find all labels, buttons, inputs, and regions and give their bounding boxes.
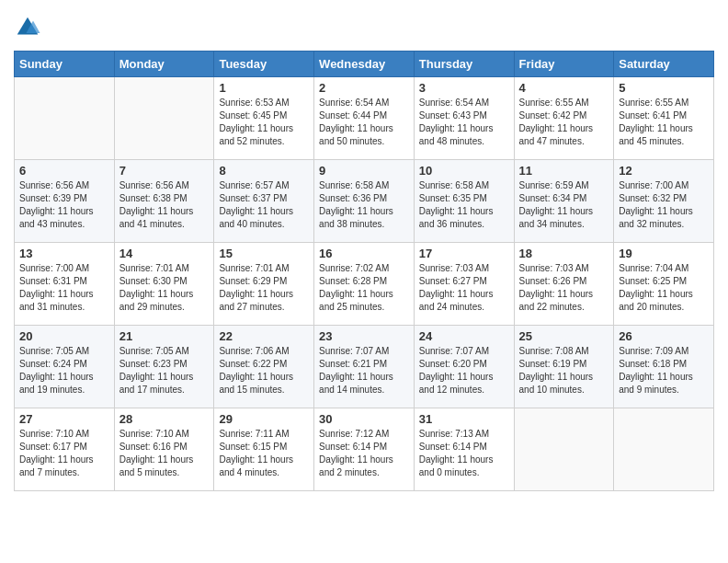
day-number: 15 [219, 247, 309, 260]
day-info: Sunrise: 7:10 AM Sunset: 6:17 PM Dayligh… [19, 428, 109, 479]
day-info: Sunrise: 6:57 AM Sunset: 6:37 PM Dayligh… [219, 179, 309, 231]
calendar-cell: 14Sunrise: 7:01 AM Sunset: 6:30 PM Dayli… [114, 243, 214, 326]
day-info: Sunrise: 7:13 AM Sunset: 6:14 PM Dayligh… [419, 428, 509, 479]
day-number: 29 [219, 412, 309, 426]
day-number: 1 [219, 81, 309, 95]
day-info: Sunrise: 7:02 AM Sunset: 6:28 PM Dayligh… [319, 262, 409, 314]
day-number: 9 [319, 164, 409, 178]
calendar-table: SundayMondayTuesdayWednesdayThursdayFrid… [14, 51, 714, 491]
day-info: Sunrise: 7:03 AM Sunset: 6:27 PM Dayligh… [419, 262, 509, 314]
calendar-cell [114, 77, 214, 160]
day-info: Sunrise: 7:00 AM Sunset: 6:31 PM Dayligh… [19, 262, 109, 314]
calendar-cell: 1Sunrise: 6:53 AM Sunset: 6:45 PM Daylig… [214, 77, 314, 160]
weekday-header: Saturday [614, 52, 714, 77]
day-info: Sunrise: 7:08 AM Sunset: 6:19 PM Dayligh… [519, 345, 609, 396]
calendar-cell: 16Sunrise: 7:02 AM Sunset: 6:28 PM Dayli… [314, 243, 415, 326]
day-info: Sunrise: 7:04 AM Sunset: 6:25 PM Dayligh… [619, 262, 709, 314]
day-number: 22 [219, 329, 309, 343]
day-number: 21 [119, 329, 210, 343]
calendar-cell [15, 77, 115, 160]
day-number: 23 [319, 329, 409, 343]
weekday-header: Tuesday [214, 52, 314, 77]
calendar-week-row: 6Sunrise: 6:56 AM Sunset: 6:39 PM Daylig… [15, 160, 714, 243]
logo [14, 14, 45, 41]
day-info: Sunrise: 6:53 AM Sunset: 6:45 PM Dayligh… [219, 97, 309, 148]
day-info: Sunrise: 6:58 AM Sunset: 6:35 PM Dayligh… [419, 179, 509, 231]
calendar-cell: 27Sunrise: 7:10 AM Sunset: 6:17 PM Dayli… [15, 408, 115, 491]
day-info: Sunrise: 7:03 AM Sunset: 6:26 PM Dayligh… [519, 262, 609, 314]
day-number: 3 [419, 81, 509, 95]
calendar-cell [614, 408, 714, 491]
day-number: 18 [519, 247, 609, 260]
day-info: Sunrise: 7:06 AM Sunset: 6:22 PM Dayligh… [219, 345, 309, 396]
calendar-cell: 17Sunrise: 7:03 AM Sunset: 6:27 PM Dayli… [414, 243, 514, 326]
day-info: Sunrise: 7:05 AM Sunset: 6:24 PM Dayligh… [19, 345, 109, 396]
day-number: 10 [419, 164, 509, 178]
calendar-cell: 10Sunrise: 6:58 AM Sunset: 6:35 PM Dayli… [414, 160, 514, 243]
day-number: 31 [419, 412, 509, 426]
day-number: 25 [519, 329, 609, 343]
calendar-week-row: 20Sunrise: 7:05 AM Sunset: 6:24 PM Dayli… [15, 326, 714, 408]
day-number: 7 [119, 164, 210, 178]
calendar-cell: 12Sunrise: 7:00 AM Sunset: 6:32 PM Dayli… [614, 160, 714, 243]
day-number: 14 [119, 247, 210, 260]
day-number: 8 [219, 164, 309, 178]
day-info: Sunrise: 6:59 AM Sunset: 6:34 PM Dayligh… [519, 179, 609, 231]
day-info: Sunrise: 6:54 AM Sunset: 6:44 PM Dayligh… [319, 97, 409, 148]
day-number: 26 [619, 329, 709, 343]
calendar-cell: 8Sunrise: 6:57 AM Sunset: 6:37 PM Daylig… [214, 160, 314, 243]
day-info: Sunrise: 6:54 AM Sunset: 6:43 PM Dayligh… [419, 97, 509, 148]
day-info: Sunrise: 7:00 AM Sunset: 6:32 PM Dayligh… [619, 179, 709, 231]
weekday-header: Friday [514, 52, 614, 77]
day-number: 24 [419, 329, 509, 343]
calendar-cell: 15Sunrise: 7:01 AM Sunset: 6:29 PM Dayli… [214, 243, 314, 326]
logo-icon [14, 14, 41, 41]
day-number: 20 [19, 329, 109, 343]
day-info: Sunrise: 7:01 AM Sunset: 6:30 PM Dayligh… [119, 262, 210, 314]
day-number: 17 [419, 247, 509, 260]
calendar-cell: 29Sunrise: 7:11 AM Sunset: 6:15 PM Dayli… [214, 408, 314, 491]
day-number: 4 [519, 81, 609, 95]
day-number: 6 [19, 164, 109, 178]
day-info: Sunrise: 7:11 AM Sunset: 6:15 PM Dayligh… [219, 428, 309, 479]
day-number: 30 [319, 412, 409, 426]
weekday-header: Sunday [15, 52, 115, 77]
calendar-cell: 26Sunrise: 7:09 AM Sunset: 6:18 PM Dayli… [614, 326, 714, 408]
weekday-header-row: SundayMondayTuesdayWednesdayThursdayFrid… [15, 52, 714, 77]
calendar-cell: 31Sunrise: 7:13 AM Sunset: 6:14 PM Dayli… [414, 408, 514, 491]
calendar-week-row: 27Sunrise: 7:10 AM Sunset: 6:17 PM Dayli… [15, 408, 714, 491]
calendar-cell: 18Sunrise: 7:03 AM Sunset: 6:26 PM Dayli… [514, 243, 614, 326]
calendar-cell: 24Sunrise: 7:07 AM Sunset: 6:20 PM Dayli… [414, 326, 514, 408]
calendar-cell: 9Sunrise: 6:58 AM Sunset: 6:36 PM Daylig… [314, 160, 415, 243]
weekday-header: Monday [114, 52, 214, 77]
calendar-cell: 11Sunrise: 6:59 AM Sunset: 6:34 PM Dayli… [514, 160, 614, 243]
calendar-cell: 3Sunrise: 6:54 AM Sunset: 6:43 PM Daylig… [414, 77, 514, 160]
day-info: Sunrise: 7:09 AM Sunset: 6:18 PM Dayligh… [619, 345, 709, 396]
calendar-cell: 21Sunrise: 7:05 AM Sunset: 6:23 PM Dayli… [114, 326, 214, 408]
calendar-cell: 4Sunrise: 6:55 AM Sunset: 6:42 PM Daylig… [514, 77, 614, 160]
calendar-cell: 25Sunrise: 7:08 AM Sunset: 6:19 PM Dayli… [514, 326, 614, 408]
day-number: 5 [619, 81, 709, 95]
day-number: 2 [319, 81, 409, 95]
calendar-cell: 7Sunrise: 6:56 AM Sunset: 6:38 PM Daylig… [114, 160, 214, 243]
weekday-header: Thursday [414, 52, 514, 77]
calendar-cell: 30Sunrise: 7:12 AM Sunset: 6:14 PM Dayli… [314, 408, 415, 491]
day-info: Sunrise: 7:07 AM Sunset: 6:21 PM Dayligh… [319, 345, 409, 396]
calendar-cell: 28Sunrise: 7:10 AM Sunset: 6:16 PM Dayli… [114, 408, 214, 491]
day-info: Sunrise: 7:05 AM Sunset: 6:23 PM Dayligh… [119, 345, 210, 396]
calendar-cell [514, 408, 614, 491]
day-number: 27 [19, 412, 109, 426]
calendar-week-row: 1Sunrise: 6:53 AM Sunset: 6:45 PM Daylig… [15, 77, 714, 160]
day-info: Sunrise: 6:58 AM Sunset: 6:36 PM Dayligh… [319, 179, 409, 231]
calendar-cell: 6Sunrise: 6:56 AM Sunset: 6:39 PM Daylig… [15, 160, 115, 243]
day-info: Sunrise: 6:55 AM Sunset: 6:42 PM Dayligh… [519, 97, 609, 148]
day-number: 11 [519, 164, 609, 178]
day-info: Sunrise: 7:12 AM Sunset: 6:14 PM Dayligh… [319, 428, 409, 479]
day-number: 12 [619, 164, 709, 178]
day-info: Sunrise: 7:07 AM Sunset: 6:20 PM Dayligh… [419, 345, 509, 396]
calendar-cell: 2Sunrise: 6:54 AM Sunset: 6:44 PM Daylig… [314, 77, 415, 160]
calendar-cell: 19Sunrise: 7:04 AM Sunset: 6:25 PM Dayli… [614, 243, 714, 326]
weekday-header: Wednesday [314, 52, 415, 77]
page-header [14, 14, 714, 41]
day-number: 28 [119, 412, 210, 426]
